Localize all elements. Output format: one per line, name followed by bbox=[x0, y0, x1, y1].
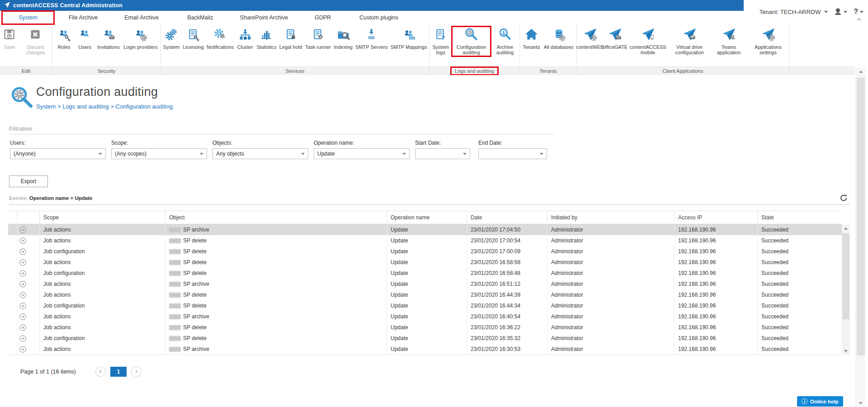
users-dropdown[interactable]: (Anyone) bbox=[10, 148, 106, 159]
ribbon-item-smtp-servers[interactable]: SMTPSMTP Servers bbox=[354, 27, 388, 51]
ribbon-item-users[interactable]: Users bbox=[75, 27, 94, 51]
cell-date: 23/01/2020 16:36:22 bbox=[467, 322, 547, 333]
ribbon-item-legal-hold[interactable]: Legal hold bbox=[278, 27, 303, 51]
table-row[interactable]: Job actionsSP archiveUpdate23/01/2020 17… bbox=[8, 224, 842, 235]
tab-system[interactable]: System bbox=[2, 11, 54, 24]
online-help-button[interactable]: i Online help bbox=[797, 396, 843, 407]
page-1-button[interactable]: 1 bbox=[110, 367, 127, 377]
start-date-dropdown[interactable] bbox=[415, 148, 470, 159]
page-scrollbar-thumb[interactable] bbox=[857, 78, 865, 355]
users-icon bbox=[78, 28, 92, 43]
ribbon-item-officegate[interactable]: officeGATE bbox=[603, 27, 627, 51]
table-row[interactable]: Job actionsSP deleteUpdate23/01/2020 17:… bbox=[8, 235, 842, 246]
tab-sharepoint-archive[interactable]: SharePoint Archive bbox=[230, 11, 298, 24]
table-row[interactable]: Job actionsSP archiveUpdate23/01/2020 16… bbox=[8, 279, 842, 289]
table-row[interactable]: Job actionsSP deleteUpdate23/01/2020 16:… bbox=[8, 257, 842, 268]
row-expand-icon[interactable] bbox=[17, 279, 39, 289]
ribbon-item-discard-changes[interactable]: Discard changes bbox=[19, 27, 52, 56]
cell-text: 23/01/2020 16:51:12 bbox=[471, 281, 520, 287]
ribbon-item-notifications[interactable]: Notifications bbox=[206, 27, 235, 51]
column-header-object[interactable]: Object bbox=[165, 211, 387, 224]
ribbon-item-tenants[interactable]: Tenants bbox=[522, 27, 541, 51]
row-expand-icon[interactable] bbox=[17, 344, 39, 355]
ribbon-item-invitations[interactable]: Invitations bbox=[96, 27, 121, 51]
row-expand-icon[interactable] bbox=[17, 311, 39, 322]
page-scroll-down-button[interactable] bbox=[856, 399, 866, 407]
scope-dropdown[interactable]: (Any scopes) bbox=[111, 148, 207, 159]
cell-text: 192.168.190.96 bbox=[678, 303, 716, 309]
tenant-selector[interactable]: Tenant: TECH-ARROW bbox=[760, 9, 828, 15]
row-expand-icon[interactable] bbox=[17, 333, 39, 344]
ribbon-group-items: RolesUsersInvitationsLogin providers bbox=[52, 24, 160, 66]
column-header-state[interactable]: State bbox=[757, 211, 842, 224]
end-date-dropdown[interactable] bbox=[478, 148, 547, 159]
row-expand-icon[interactable] bbox=[17, 268, 39, 279]
ribbon-item-applications-settings[interactable]: Applications settings bbox=[747, 27, 789, 56]
table-row[interactable]: Job actionsSP deleteUpdate23/01/2020 16:… bbox=[8, 289, 842, 300]
ribbon-item-contentaccess-mobile[interactable]: contentACCESS mobile bbox=[627, 27, 669, 56]
cell-date: 23/01/2020 16:40:54 bbox=[467, 311, 547, 322]
tab-file-archive[interactable]: File Archive bbox=[54, 11, 112, 24]
row-expand-icon[interactable] bbox=[17, 300, 39, 311]
ribbon-item-system-logs[interactable]: ?System logs bbox=[429, 27, 452, 56]
row-expand-icon[interactable] bbox=[17, 246, 39, 257]
cell-text: 192.168.190.96 bbox=[678, 335, 716, 341]
ribbon-item-cluster[interactable]: Cluster bbox=[236, 27, 255, 51]
ribbon-item-smtp-mappings[interactable]: SMTPSMTP Mappings bbox=[390, 27, 428, 51]
table-row[interactable]: Job configurationSP deleteUpdate23/01/20… bbox=[8, 246, 842, 257]
table-row[interactable]: Job actionsSP archiveUpdate23/01/2020 16… bbox=[8, 311, 842, 322]
page-scroll-up-button[interactable] bbox=[856, 68, 866, 76]
ribbon-item-save[interactable]: Save bbox=[0, 27, 19, 51]
row-expand-icon[interactable] bbox=[17, 322, 39, 333]
ribbon-item-teams-application[interactable]: Teams application bbox=[710, 27, 747, 56]
ribbon-item-task-runner[interactable]: Task runner bbox=[304, 27, 332, 51]
ribbon-item-archive-auditing[interactable]: Archive auditing bbox=[491, 27, 519, 56]
column-header-scope[interactable]: Scope bbox=[39, 211, 165, 224]
tab-custom-plugins[interactable]: Custom plugins bbox=[347, 11, 410, 24]
row-expand-icon[interactable] bbox=[17, 289, 39, 300]
breadcrumb[interactable]: System > Logs and auditing > Configurati… bbox=[36, 103, 173, 110]
row-expand-icon[interactable] bbox=[17, 224, 39, 235]
next-page-button[interactable] bbox=[131, 366, 142, 377]
row-expand-icon[interactable] bbox=[17, 235, 39, 246]
scroll-up-button[interactable] bbox=[842, 225, 850, 232]
table-row[interactable]: Job configurationSP deleteUpdate23/01/20… bbox=[8, 268, 842, 279]
table-row[interactable]: Job actionsSP deleteUpdate23/01/2020 16:… bbox=[8, 322, 842, 333]
table-scrollbar-thumb[interactable] bbox=[842, 233, 849, 319]
column-header-initiated-by[interactable]: Initiated by bbox=[547, 211, 674, 224]
column-header-access-ip[interactable]: Access IP bbox=[674, 211, 757, 224]
user-menu[interactable] bbox=[834, 7, 847, 17]
refresh-icon[interactable] bbox=[840, 194, 847, 203]
prev-page-button[interactable] bbox=[95, 366, 106, 377]
ribbon-item-system[interactable]: System bbox=[162, 27, 181, 51]
column-header-date[interactable]: Date bbox=[467, 211, 547, 224]
table-row[interactable]: Job configurationSP deleteUpdate23/01/20… bbox=[8, 300, 842, 311]
table-row[interactable]: Job actionsSP archiveUpdate23/01/2020 16… bbox=[8, 344, 842, 355]
help-menu[interactable]: ? bbox=[854, 8, 863, 16]
operation-name-dropdown[interactable]: Update bbox=[314, 148, 410, 159]
table-row[interactable]: Job configurationSP deleteUpdate23/01/20… bbox=[8, 333, 842, 344]
ribbon-item-roles[interactable]: Roles bbox=[54, 27, 73, 51]
ribbon-item-configuration-auditing[interactable]: Configuration auditing bbox=[452, 27, 491, 56]
collapse-ribbon-icon[interactable] bbox=[856, 16, 862, 24]
scroll-down-button[interactable] bbox=[842, 347, 850, 355]
ribbon-item-statistics[interactable]: Statistics bbox=[255, 27, 277, 51]
cell-scope: Job actions bbox=[39, 235, 165, 246]
tab-backmailz[interactable]: BackMailz bbox=[171, 11, 230, 24]
cell-state: Succeeded bbox=[757, 235, 842, 246]
column-header-operation-name[interactable]: Operation name bbox=[387, 211, 467, 224]
tab-email-archive[interactable]: Email Archive bbox=[112, 11, 171, 24]
row-expand-icon[interactable] bbox=[17, 257, 39, 268]
ribbon-item-login-providers[interactable]: Login providers bbox=[123, 27, 158, 51]
ribbon-item-all-databases[interactable]: All databases bbox=[543, 27, 575, 51]
filter-label: End Date: bbox=[478, 140, 547, 146]
export-button[interactable]: Export bbox=[9, 175, 48, 187]
tab-gdpr[interactable]: GDPR bbox=[298, 11, 347, 24]
ribbon-group-label: Services bbox=[285, 68, 304, 74]
objects-dropdown[interactable]: Any objects bbox=[212, 148, 308, 159]
ribbon-item-virtual-drive-configuration[interactable]: Virtual drive configuration bbox=[669, 27, 710, 56]
ribbon-item-label: Users bbox=[79, 44, 92, 50]
ribbon-item-contentweb[interactable]: contentWEB bbox=[577, 27, 603, 51]
ribbon-item-licensing[interactable]: Licensing bbox=[182, 27, 204, 51]
ribbon-item-indexing[interactable]: Indexing bbox=[333, 27, 354, 51]
